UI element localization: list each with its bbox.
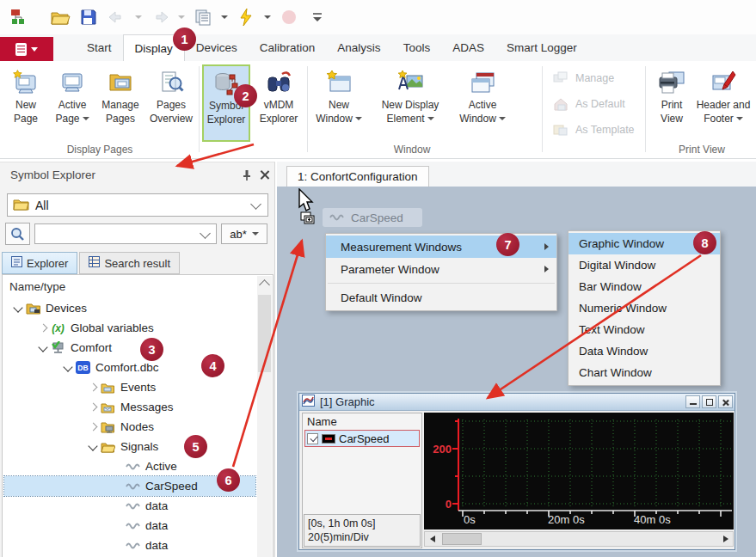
tab-smart-logger[interactable]: Smart Logger xyxy=(495,34,588,61)
manage-pages-button[interactable]: Manage Pages xyxy=(96,64,144,142)
menu-item-text-window[interactable]: Text Window xyxy=(569,319,720,340)
tree-column-header[interactable]: Name/type xyxy=(9,280,65,293)
restore-icon[interactable] xyxy=(702,395,716,408)
tab-search-result[interactable]: Search result xyxy=(79,252,180,274)
save-icon[interactable] xyxy=(78,7,99,28)
tree-item-messages[interactable]: Messages xyxy=(4,397,255,417)
tree-item-comfort[interactable]: Comfort xyxy=(4,338,255,358)
tab-display[interactable]: Display xyxy=(123,34,185,61)
file-menu-button[interactable] xyxy=(0,37,53,61)
tree-scrollbar[interactable] xyxy=(257,276,272,557)
tree-item-data[interactable]: data xyxy=(4,536,255,555)
open-file-icon[interactable] xyxy=(50,7,71,28)
chevron-collapsed-icon[interactable] xyxy=(86,381,100,395)
tree-item-nodes[interactable]: Nodes xyxy=(4,417,255,437)
chevron-collapsed-icon[interactable] xyxy=(86,420,100,434)
active-page-icon xyxy=(58,68,87,97)
page-tab[interactable]: 1: ConfortConfiguration xyxy=(286,166,429,187)
pin-icon[interactable] xyxy=(241,169,253,181)
x-axis-tick: 20m 0s xyxy=(548,513,585,526)
tab-analysis[interactable]: Analysis xyxy=(326,34,391,61)
menu-item-parameter-window[interactable]: Parameter Window xyxy=(326,258,556,280)
menu-item-numeric-window[interactable]: Numeric Window xyxy=(569,297,720,319)
tree-item-events[interactable]: Events xyxy=(4,377,255,397)
search-input[interactable] xyxy=(39,225,194,242)
tab-adas[interactable]: ADAS xyxy=(441,34,495,61)
scroll-right-icon[interactable] xyxy=(718,532,733,546)
chevron-expanded-icon[interactable] xyxy=(11,302,25,315)
checkbox-checked-icon[interactable] xyxy=(307,433,318,444)
signal-label: CarSpeed xyxy=(339,432,390,445)
panel-title: Symbol Explorer xyxy=(10,168,95,181)
tab-explorer[interactable]: Explorer xyxy=(2,252,77,274)
tree-item-comfort-dbc[interactable]: DB Comfort.dbc xyxy=(4,358,255,377)
search-combobox[interactable] xyxy=(34,223,217,244)
file-menu-icon xyxy=(15,43,27,56)
tab-calibration[interactable]: Calibration xyxy=(249,34,327,61)
menu-item-data-window[interactable]: Data Window xyxy=(569,340,720,362)
chevron-expanded-icon[interactable] xyxy=(36,341,50,355)
graphic-window-titlebar[interactable]: [1] Graphic xyxy=(299,394,734,411)
match-mode-label: ab* xyxy=(230,228,247,241)
active-page-button[interactable]: Active Page xyxy=(50,64,95,142)
menu-item-bar-window[interactable]: Bar Window xyxy=(569,276,720,297)
as-template-button: As Template xyxy=(550,119,635,140)
menu-item-chart-window[interactable]: Chart Window xyxy=(569,362,720,383)
flash-caret-icon[interactable] xyxy=(264,15,271,19)
chevron-expanded-icon[interactable] xyxy=(86,440,100,454)
tree-item-devices[interactable]: Devices xyxy=(4,298,255,318)
folder-icon xyxy=(100,381,116,395)
tab-start[interactable]: Start xyxy=(76,34,123,61)
symbol-explorer-button[interactable]: Symbol Explorer xyxy=(202,64,250,142)
menu-item-measurement-windows[interactable]: Measurement Windows xyxy=(326,236,556,258)
name-column-header[interactable]: Name xyxy=(307,415,337,428)
tree-item-active[interactable]: Active xyxy=(4,456,255,476)
page-forward-caret-icon xyxy=(178,15,185,19)
active-window-button[interactable]: Active Window xyxy=(454,64,511,142)
scrollbar-thumb[interactable] xyxy=(442,533,482,545)
close-icon[interactable] xyxy=(718,395,733,408)
chevron-collapsed-icon[interactable] xyxy=(86,401,100,414)
chevron-expanded-icon[interactable] xyxy=(61,361,75,375)
as-default-button: As Default xyxy=(550,94,625,114)
page-back-icon xyxy=(107,7,127,28)
menu-item-default-window[interactable]: Default Window xyxy=(326,286,556,309)
header-and-footer-button[interactable]: Header and Footer xyxy=(693,64,753,142)
signal-row-carspeed[interactable]: CarSpeed xyxy=(304,430,420,447)
scroll-left-icon[interactable] xyxy=(425,532,439,546)
chevron-collapsed-icon[interactable] xyxy=(36,321,50,335)
tab-devices[interactable]: Devices xyxy=(185,34,249,61)
print-view-icon xyxy=(657,68,686,97)
tree-item-data[interactable]: data xyxy=(4,516,255,536)
print-view-button[interactable]: Print View xyxy=(650,64,693,142)
match-mode-button[interactable]: ab* xyxy=(221,223,267,244)
close-panel-icon[interactable] xyxy=(259,169,270,181)
chart-grid xyxy=(424,413,734,529)
new-page-button[interactable]: New Page xyxy=(3,64,48,142)
tree-item-global-variables[interactable]: (x) Global variables xyxy=(4,318,255,338)
dropdown-caret-icon xyxy=(355,117,362,120)
tab-tools[interactable]: Tools xyxy=(392,34,442,61)
vmdm-explorer-button[interactable]: vMDM Explorer xyxy=(254,64,304,142)
new-window-button[interactable]: New Window xyxy=(312,64,366,142)
minimize-icon[interactable] xyxy=(685,395,700,408)
tree-item-carspeed[interactable]: CarSpeed xyxy=(4,476,255,496)
copy-page-caret-icon[interactable] xyxy=(221,15,228,19)
graphic-chart-area[interactable]: 200 0 0s 20m 0s 40m 0s xyxy=(424,413,734,529)
button-label: Manage xyxy=(101,99,138,111)
tree-item-data[interactable]: data xyxy=(4,496,255,516)
button-label: Print xyxy=(661,99,683,111)
menu-item-label: Graphic Window xyxy=(579,237,664,250)
copy-page-icon[interactable] xyxy=(193,7,213,28)
search-button[interactable] xyxy=(5,223,30,245)
customize-toolbar-icon[interactable] xyxy=(307,7,328,28)
flash-start-icon[interactable] xyxy=(236,7,256,28)
pages-overview-button[interactable]: Pages Overview xyxy=(146,64,196,142)
symbol-filter-dropdown[interactable]: All xyxy=(7,193,268,217)
new-display-element-button[interactable]: New Display Element xyxy=(370,64,451,142)
menu-item-graphic-window[interactable]: Graphic Window xyxy=(569,233,720,254)
chart-horizontal-scrollbar[interactable] xyxy=(424,531,734,547)
tree-item-signals[interactable]: Signals xyxy=(4,437,255,456)
button-label: Header and xyxy=(697,99,751,111)
menu-item-digital-window[interactable]: Digital Window xyxy=(569,254,720,276)
